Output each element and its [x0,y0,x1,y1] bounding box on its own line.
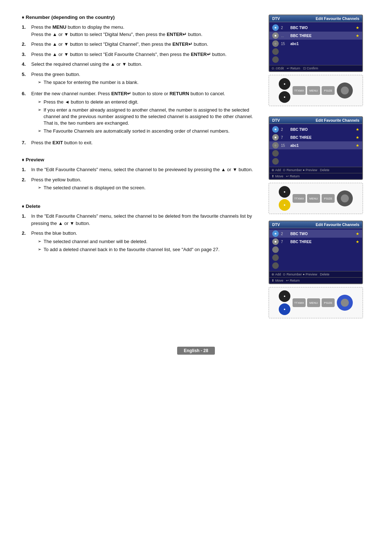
table-row [269,149,362,157]
delete-tv-footer: ⊕ Add ⊙ Renumber ● Preview Delete [269,271,362,277]
channel-icon [272,150,279,157]
nav-circle-inner [341,299,349,307]
star-icon: ★ [356,239,359,244]
renumber-tv-body: ★ 2 BBC TWO ★ ■ ... BBC THREE ★ ○ 15 [269,22,362,65]
remote-right-group [337,190,353,206]
footer-text: ⊙.⊙Edit ↩ Return ⊡ Confirm [271,67,318,70]
channel-icon [272,262,279,269]
table-row: ★ 2 BBC TWO ★ [269,230,362,238]
preview-heading: ♦ Preview [22,157,258,162]
table-row [269,56,362,64]
footer-badge: English - 28 [177,347,215,355]
remote-center-group: TTXMX MENU PSIZE [293,194,335,203]
remote-left-group: ● ● [279,186,290,211]
menu-bold: MENU [53,24,66,30]
channel-icon [272,56,279,63]
renumber-tv-footer: ⊙.⊙Edit ↩ Return ⊡ Confirm [269,65,362,71]
table-row [269,254,362,262]
delete-tv-header: DTV Edit Favourite Channels [269,221,362,228]
step-5-content: Press the green button. The space for en… [31,71,258,88]
table-row [269,246,362,254]
preview-tv-footer2: ⬆ Move ↩ Return [269,173,362,179]
remote-button-1[interactable]: ● [279,186,290,198]
tv-header-right: Edit Favourite Channels [316,222,359,227]
delete-tv-screen: DTV Edit Favourite Channels ★ 2 BBC TWO … [269,221,363,284]
list-item: Press the MENU button to display the men… [22,24,258,38]
ttxmx-button[interactable]: TTXMX [293,86,306,95]
delete-tv-footer2: ⬆ Move ↩ Return [269,277,362,283]
ttxmx-button[interactable]: TTXMX [293,298,306,307]
channel-number: 7 [281,240,288,244]
channel-name: BBC TWO [290,128,354,132]
list-item: Select the required channel using the ▲ … [22,61,258,68]
return-bold: RETURN [170,91,189,96]
channel-icon: ○ [272,142,279,149]
list-item: Press the EXIT button to exit. [22,139,258,146]
star-icon: ★ [356,231,359,236]
renumber-remote: ● ● TTXMX MENU PSIZE [269,75,363,106]
remote-button-2[interactable]: ● [279,303,290,315]
preview-remote: ● ● TTXMX MENU PSIZE [269,183,363,214]
nav-circle[interactable] [337,295,353,311]
page-footer: English - 28 [22,347,370,355]
list-item: Enter the new channel number. Press ENTE… [22,90,258,136]
list-item: In the "Edit Favourite Channels" menu, s… [22,213,258,227]
nav-circle[interactable] [337,190,353,206]
channel-name: BBC TWO [290,26,354,30]
list-item: Press the ▲ or ▼ button to select "Edit … [22,51,258,58]
delete-step-1: In the "Edit Favourite Channels" menu, s… [31,213,258,227]
channel-name: abc1 [290,42,357,46]
preview-tv-footer: ⊕ Add ⊙ Renumber ● Preview Delete [269,167,362,173]
menu-button[interactable]: MENU [307,298,320,307]
sub-arrow: The selected channel and number will be … [38,238,258,245]
footer-text: ⊕ Add ⊙ Renumber ● Preview Delete [271,168,330,172]
preview-tv-body: ★ 2 BBC TWO ★ ■ 7 BBC THREE ★ ○ 15 a [269,124,362,167]
psize-button[interactable]: PSIZE [322,194,335,203]
channel-number: 2 [281,26,288,30]
enter-bold: ENTER↵ [191,52,211,57]
enter-bold: ENTER↵ [111,91,131,96]
list-item: Press the blue button. The selected chan… [22,230,258,254]
table-row: ■ 7 BBC THREE ★ [269,238,362,246]
menu-button[interactable]: MENU [307,86,320,95]
psize-button[interactable]: PSIZE [322,298,335,307]
channel-icon: ○ [272,40,279,47]
nav-circle-inner [341,86,349,94]
step-7-content: Press the EXIT button to exit. [31,139,258,146]
footer-text2: ⬆ Move ↩ Return [271,279,300,282]
channel-icon [272,246,279,253]
preview-step-2: Press the yellow button. The selected ch… [31,176,258,193]
channel-name: abc1 [290,144,354,148]
channel-icon [272,158,279,165]
list-item: Press the ▲ or ▼ button to select "Digit… [22,41,258,48]
step-4-content: Select the required channel using the ▲ … [31,61,258,68]
footer-text: ⊕ Add ⊙ Renumber ● Preview Delete [271,273,330,276]
table-row: ★ 2 BBC TWO ★ [269,125,362,133]
channel-number: 2 [281,232,288,236]
menu-button[interactable]: MENU [307,194,320,203]
remote-left-group: ● ● [279,290,290,315]
footer-text2: ⬆ Move ↩ Return [271,174,300,178]
psize-button[interactable]: PSIZE [322,86,335,95]
nav-circle[interactable] [337,82,353,98]
tv-header-right: Edit Favourite Channels [316,118,359,122]
table-row: ○ 15 abc1 [269,40,362,48]
sub-arrow: If you enter a number already assigned t… [38,107,258,127]
remote-buttons: ● ● TTXMX MENU PSIZE [272,78,360,103]
channel-icon: ★ [272,126,279,133]
channel-name: BBC THREE [290,240,354,244]
step-2-content: Press the ▲ or ▼ button to select "Digit… [31,41,258,48]
channel-name: BBC THREE [290,34,354,38]
remote-button-2[interactable]: ● [279,91,290,103]
delete-heading: ♦ Delete [22,203,258,209]
channel-number: 7 [281,136,288,140]
exit-bold: EXIT [53,140,63,145]
remote-button-2[interactable]: ● [279,199,290,211]
remote-button-1[interactable]: ● [279,78,290,90]
sub-arrow: The selected channel is displayed on the… [38,185,258,191]
channel-icon [272,48,279,55]
ttxmx-button[interactable]: TTXMX [293,194,306,203]
enter-bold: ENTER↵ [172,41,192,47]
remote-button-1[interactable]: ● [279,290,290,302]
star-icon: ★ [356,127,359,132]
